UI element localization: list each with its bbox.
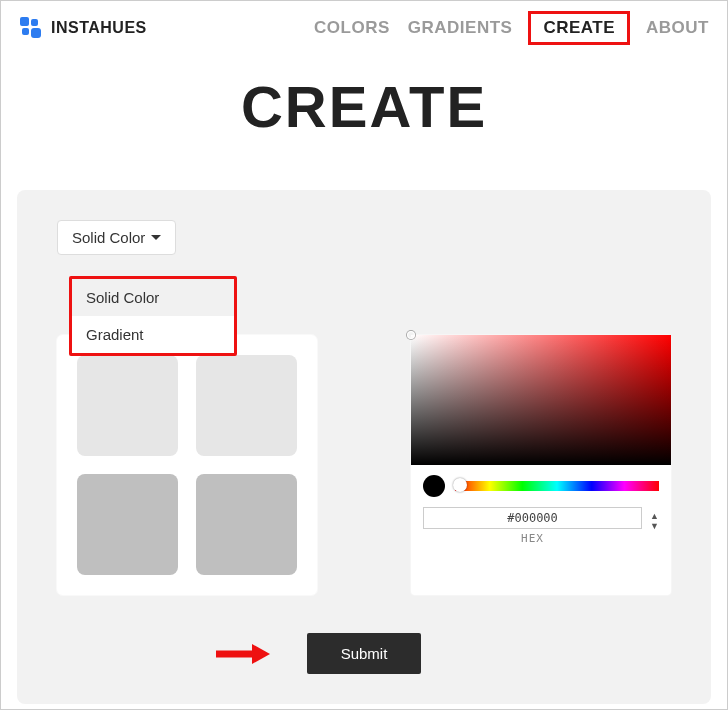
hue-row [411,465,671,505]
hex-format-label: HEX [423,532,642,545]
workspace: HEX ▲ ▼ [57,335,671,595]
palette-grid [77,355,297,575]
palette-swatch-3[interactable] [77,474,178,575]
hex-row: HEX ▲ ▼ [411,505,671,545]
nav-links: COLORS GRADIENTS CREATE ABOUT [314,15,709,41]
svg-marker-5 [252,644,270,664]
color-type-dropdown[interactable]: Solid Color [57,220,176,255]
annotation-arrow-icon [214,642,270,666]
hex-input[interactable] [423,507,642,529]
palette-preview-card [57,335,317,595]
brand-name: INSTAHUES [51,19,147,37]
svg-rect-1 [31,19,38,26]
hue-slider-thumb[interactable] [453,478,467,492]
palette-swatch-4[interactable] [196,474,297,575]
palette-swatch-1[interactable] [77,355,178,456]
stepper-up-icon[interactable]: ▲ [650,512,659,521]
nav-link-create[interactable]: CREATE [528,11,630,45]
navbar: INSTAHUES COLORS GRADIENTS CREATE ABOUT [1,1,727,55]
create-panel: Solid Color Solid Color Gradient [17,190,711,704]
submit-row: Submit [57,633,671,674]
format-stepper: ▲ ▼ [650,512,659,531]
color-type-dropdown-menu: Solid Color Gradient [69,276,237,356]
nav-link-colors[interactable]: COLORS [314,18,390,38]
brand-logo-icon [19,16,43,40]
saturation-value-area[interactable] [411,335,671,465]
svg-rect-0 [20,17,29,26]
color-picker-card: HEX ▲ ▼ [411,335,671,595]
page-title: CREATE [1,73,727,140]
brand-logo[interactable]: INSTAHUES [19,16,147,40]
color-type-selected: Solid Color [72,229,145,246]
nav-link-gradients[interactable]: GRADIENTS [408,18,513,38]
chevron-down-icon [151,235,161,240]
svg-rect-3 [31,28,41,38]
stepper-down-icon[interactable]: ▼ [650,522,659,531]
svg-rect-2 [22,28,29,35]
palette-swatch-2[interactable] [196,355,297,456]
current-color-preview [423,475,445,497]
nav-link-about[interactable]: ABOUT [646,18,709,38]
hue-slider[interactable] [455,481,659,491]
dropdown-option-solid-color[interactable]: Solid Color [72,279,234,316]
saturation-value-cursor[interactable] [407,331,415,339]
dropdown-option-gradient[interactable]: Gradient [72,316,234,353]
submit-button[interactable]: Submit [307,633,422,674]
